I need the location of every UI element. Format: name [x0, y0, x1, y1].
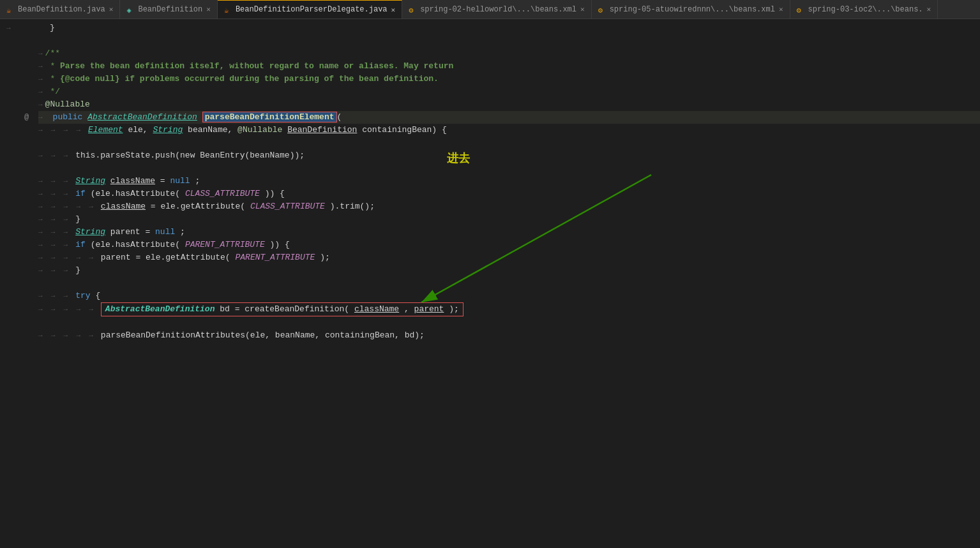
code-line-if: → → → if (ele.hasAttribute( CLASS_ATTRIB… — [38, 188, 980, 200]
code-line — [38, 137, 980, 149]
indent-arrow: → — [6, 22, 18, 34]
annotation-region: → → → try { → → → → → AbstractBeanDefini… — [38, 290, 980, 316]
indent-arrows: → → → → → — [38, 251, 93, 264]
code-line — [38, 316, 980, 329]
tab-spring02-beans[interactable]: ⚙ spring-02-helloworld\...\beans.xml ✕ — [402, 0, 591, 19]
code-line: → → → } — [38, 213, 980, 226]
indent-arrows: → → → — [38, 149, 68, 162]
code-line: → → → } — [38, 264, 980, 277]
code-line: → → → this.parseState.push(new BeanEntry… — [38, 149, 980, 162]
close-icon[interactable]: ✕ — [580, 5, 585, 13]
code-line-create: → → → → → AbstractBeanDefinition bd = cr… — [38, 302, 980, 316]
close-icon[interactable]: ✕ — [927, 5, 931, 13]
indent-arrows: → → → → — [38, 124, 80, 137]
create-bean-box: AbstractBeanDefinition bd = createBeanDe… — [101, 302, 464, 316]
code-line — [38, 277, 980, 290]
code-line-params: → → → → Element ele, String beanName, @N… — [38, 124, 980, 137]
tab-label: BeanDefinitionParserDelegate.java — [236, 5, 388, 14]
code-line — [38, 34, 980, 47]
xml-icon: ⚙ — [797, 6, 804, 13]
indent-arrows: → → → → → — [38, 303, 93, 316]
indent-arrow: → — [38, 98, 43, 111]
code-line — [38, 162, 980, 175]
method-name-highlight: parseBeanDefinitionElement — [202, 112, 337, 122]
indent-arrow: → — [38, 73, 43, 85]
tab-beandefinition-java[interactable]: ☕ BeanDefinition.java ✕ — [0, 0, 120, 19]
java-icon: ☕ — [6, 6, 14, 13]
tab-beandefinitionparserdelegate[interactable]: ☕ BeanDefinitionParserDelegate.java ✕ — [218, 0, 402, 19]
tab-label: spring-05-atuowirednnn\...\beans.xml — [610, 5, 775, 14]
interface-icon: ◈ — [126, 6, 134, 13]
java-icon: ☕ — [224, 6, 232, 13]
code-editor[interactable]: → } → /** → * Parse the bean definition … — [0, 19, 980, 548]
tab-label: BeanDefinition — [138, 5, 202, 14]
code-line-classname: → → → String className = null ; — [38, 175, 980, 188]
code-line-comment: → * Parse the bean definition itself, wi… — [38, 60, 980, 73]
code-line: → } — [38, 22, 980, 34]
tab-beandefinition-interface[interactable]: ◈ BeanDefinition ✕ — [120, 0, 217, 19]
code-line-comment: → */ — [38, 85, 980, 98]
indent-arrows: → → → — [38, 188, 68, 200]
code-line-parent: → → → String parent = null ; — [38, 226, 980, 239]
code-line-if2: → → → if (ele.hasAttribute( PARENT_ATTRI… — [38, 239, 980, 251]
close-icon[interactable]: ✕ — [779, 5, 783, 13]
code-line: → → → → → className = ele.getAttribute( … — [38, 200, 980, 213]
indent-arrows: → → → — [38, 213, 68, 226]
indent-arrow: → — [38, 85, 43, 98]
at-marker: @ — [24, 111, 29, 124]
code-line-try: → → → try { — [38, 290, 980, 302]
indent-arrows: → → → — [38, 264, 68, 277]
code-line-annotation: → @Nullable — [38, 98, 980, 111]
tab-bar: ☕ BeanDefinition.java ✕ ◈ BeanDefinition… — [0, 0, 980, 19]
tab-spring05-beans[interactable]: ⚙ spring-05-atuowirednnn\...\beans.xml ✕ — [592, 0, 790, 19]
tab-label: spring-02-helloworld\...\beans.xml — [420, 5, 577, 14]
indent-arrows: → → → — [38, 290, 68, 302]
indent-arrows: → → → — [38, 226, 68, 239]
indent-arrows: → → → → → — [38, 200, 93, 213]
close-icon[interactable]: ✕ — [206, 5, 211, 13]
indent-arrows: → → → — [38, 175, 68, 188]
tab-label: BeanDefinition.java — [18, 5, 105, 14]
xml-icon: ⚙ — [598, 6, 606, 13]
indent-arrow: → — [38, 47, 43, 60]
indent-arrow: → — [38, 60, 43, 73]
indent-arrow: → — [38, 111, 43, 124]
code-line: → → → → → parent = ele.getAttribute( PAR… — [38, 251, 980, 264]
code-line-comment: → /** — [38, 47, 980, 60]
code-line-method-sig: @ → public AbstractBeanDefinition parseB… — [38, 111, 980, 124]
tab-spring03-beans[interactable]: ⚙ spring-03-ioc2\...\beans. ✕ — [790, 0, 939, 19]
code-line-comment: → * {@code null} if problems occurred du… — [38, 73, 980, 85]
tab-label: spring-03-ioc2\...\beans. — [808, 5, 923, 14]
code-lines: → } → /** → * Parse the bean definition … — [38, 19, 980, 548]
close-icon[interactable]: ✕ — [391, 6, 396, 14]
indent-arrows: → → → → → — [38, 329, 93, 342]
code-line-parse-attrs: → → → → → parseBeanDefinitionAttributes(… — [38, 329, 980, 342]
close-icon[interactable]: ✕ — [109, 5, 114, 13]
line-gutter — [0, 19, 38, 548]
indent-arrows: → → → — [38, 239, 68, 251]
xml-icon: ⚙ — [409, 6, 416, 13]
